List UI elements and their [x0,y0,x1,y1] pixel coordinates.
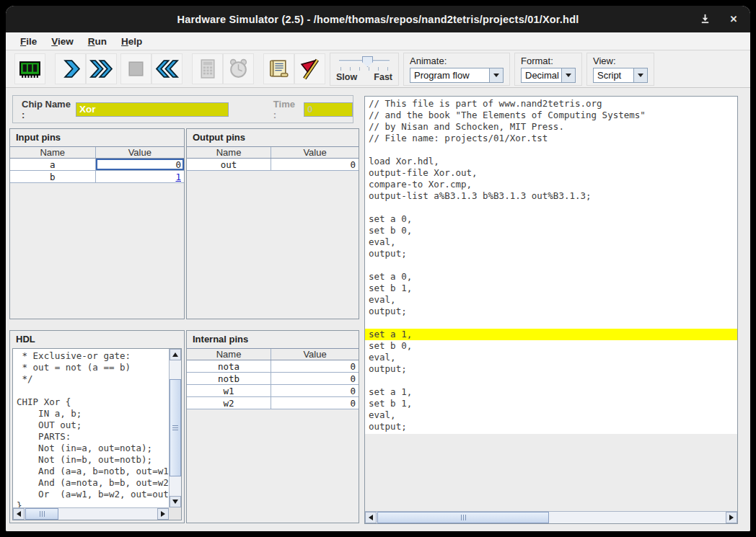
view-select[interactable]: Script [593,68,648,83]
animate-group: Animate: Program flow [403,53,510,86]
format-select[interactable]: Decimal [521,68,576,83]
value-column-header: Value [271,349,359,360]
table-header: Name Value [187,146,359,159]
input-pins-panel: Input pins Name Value a 0 b 1 [9,128,185,319]
code-line: * out = not (a == b) [17,362,169,373]
run-icon [89,57,113,81]
script-line: load Xor.hdl, [365,156,737,167]
scroll-up-button[interactable] [170,349,181,360]
code-line: * Exclusive-or gate: [17,350,169,362]
pin-value: 0 [271,397,359,409]
script-line: output-file Xor.out, [365,167,737,179]
single-step-icon [58,57,82,81]
scrollbar-thumb[interactable] [170,379,181,476]
format-dropdown-button[interactable] [561,68,575,82]
scroll-right-button[interactable] [157,508,169,520]
scroll-right-button[interactable] [726,512,737,523]
format-label: Format: [521,56,576,66]
view-dropdown-button[interactable] [633,68,647,82]
code-line: PARTS: [17,431,169,443]
scroll-left-button[interactable] [365,512,377,523]
evaluate-button [192,53,223,84]
table-row: nota 0 [187,360,359,373]
scrollbar-thumb[interactable] [25,508,58,520]
script-line: output; [365,421,737,432]
input-pins-table: Name Value a 0 b 1 [10,146,184,183]
hdl-horizontal-scrollbar[interactable] [13,507,169,520]
script-line: // File name: projects/01/Xor.tst [365,133,737,144]
speed-slider[interactable] [336,56,392,67]
calculator-icon [195,57,219,81]
script-line: // by Nisan and Schocken, MIT Press. [365,121,737,133]
script-panel: // This file is part of www.nand2tetris.… [364,96,738,524]
scroll-left-button[interactable] [13,508,25,520]
code-line: CHIP Xor { [17,396,169,408]
script-line [365,144,737,156]
run-button[interactable] [86,53,117,84]
time-input [304,102,353,117]
script-line: compare-to Xor.cmp, [365,179,737,190]
script-line: output-list a%B3.1.3 b%B3.1.3 out%B3.1.3… [365,190,737,202]
hdl-vertical-scrollbar[interactable] [169,349,181,507]
pin-value: 0 [271,159,359,170]
app-window: Hardware Simulator (2.5) - /home/thomas/… [6,6,750,531]
single-step-button[interactable] [55,53,86,84]
menu-help[interactable]: Help [114,35,149,48]
close-button[interactable]: ✕ [727,13,740,26]
script-line [365,259,737,271]
minimize-button[interactable] [698,13,711,26]
load-chip-button[interactable] [14,53,45,84]
menu-bar: File View Run Help [6,32,750,50]
chip-icon [18,57,42,81]
code-line: Or (a=w1, b=w2, out=out); [17,489,169,500]
arrow-right-icon [729,515,734,520]
pin-name: w1 [187,385,271,396]
menu-run[interactable]: Run [81,35,114,48]
chip-name-bar: Chip Name : Time : [12,95,353,123]
pin-name: w2 [187,397,271,409]
table-row: b 1 [10,171,184,183]
script-line [365,202,737,213]
chip-name-input[interactable] [76,102,229,117]
code-line: And (a=a, b=notb, out=w1); [17,466,169,477]
script-line: eval, [365,236,737,248]
script-horizontal-scrollbar[interactable] [365,511,737,523]
script-line: eval, [365,409,737,421]
internal-pins-panel: Internal pins Name Value nota 0 notb 0 w… [186,330,359,523]
time-label: Time : [273,99,298,120]
script-line: // and the book "The Elements of Computi… [365,110,737,121]
stop-button [120,53,151,84]
script-code[interactable]: // This file is part of www.nand2tetris.… [365,97,737,511]
clock-button [223,53,254,84]
slow-label: Slow [336,72,357,82]
close-icon: ✕ [730,14,738,25]
code-line: Not (in=a, out=nota); [17,443,169,454]
scroll-down-button[interactable] [170,496,181,507]
name-column-header: Name [10,147,95,158]
pin-value[interactable]: 0 [95,159,184,170]
input-pins-title: Input pins [10,129,184,146]
fast-label: Fast [374,72,392,82]
animate-dropdown-button[interactable] [489,68,503,82]
menu-file[interactable]: File [13,35,44,48]
code-line: } [17,500,169,507]
reset-button[interactable] [151,53,183,84]
title-bar[interactable]: Hardware Simulator (2.5) - /home/thomas/… [6,6,750,32]
reset-icon [155,57,179,81]
script-line: // This file is part of www.nand2tetris.… [365,98,737,110]
scrollbar-thumb[interactable] [377,512,549,523]
chevron-down-icon [493,74,499,77]
code-line: OUT out; [17,420,169,431]
hdl-title: HDL [10,331,184,348]
pin-value[interactable]: 1 [95,171,184,182]
arrow-left-icon [369,515,373,520]
value-column-header: Value [95,147,184,158]
format-value: Decimal [522,68,561,82]
animate-select[interactable]: Program flow [410,68,504,83]
value-column-header: Value [271,147,359,158]
breakpoints-button[interactable] [294,53,325,84]
script-icon [267,57,291,81]
menu-view[interactable]: View [44,35,81,48]
slider-thumb[interactable] [362,56,373,67]
load-script-button[interactable] [263,53,294,84]
